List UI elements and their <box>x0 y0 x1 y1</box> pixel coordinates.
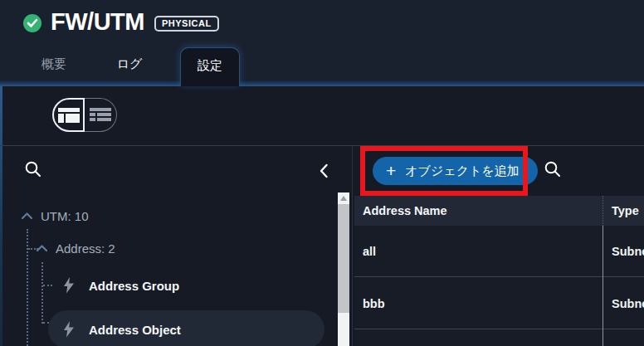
add-object-button[interactable]: + オブジェクトを追加 <box>373 157 538 185</box>
table-search-button[interactable] <box>544 160 562 182</box>
tree-connector <box>27 229 28 346</box>
page-title: FW/UTM <box>51 8 144 36</box>
cell-type: Subnet <box>612 297 644 310</box>
panel-divider <box>352 146 353 346</box>
tree-item-address[interactable]: Address: 2 <box>36 238 115 258</box>
tree-scrollbar[interactable] <box>338 192 349 346</box>
tree-item-label: Address: 2 <box>56 241 115 256</box>
column-resize-handle[interactable] <box>603 196 603 226</box>
view-toggle-group <box>52 98 117 132</box>
table-view-icon <box>90 108 111 123</box>
table-row <box>354 330 644 346</box>
table-header-row: Address Name Type <box>354 196 644 226</box>
cell-address-name: bbb <box>363 297 385 310</box>
tab-log[interactable]: ログ <box>105 46 154 80</box>
tree-item-label: UTM: 10 <box>41 209 89 223</box>
layout-view-icon <box>58 108 80 123</box>
chevron-up-icon <box>21 212 33 220</box>
physical-badge: PHYSICAL <box>154 16 219 32</box>
cell-address-name: all <box>363 245 376 258</box>
bolt-icon <box>63 277 75 294</box>
layout-view-button[interactable] <box>52 98 85 132</box>
column-header-type: Type <box>612 204 639 217</box>
tree-connector <box>41 262 43 324</box>
app-window: FW/UTM PHYSICAL 概要 ログ 設定 <box>0 0 644 346</box>
column-divider <box>603 226 603 346</box>
tab-settings[interactable]: 設定 <box>180 47 240 86</box>
tree-item-address-group[interactable]: Address Group <box>63 275 179 296</box>
tree-item-address-object[interactable]: Address Object <box>63 319 181 340</box>
tree-item-utm[interactable]: UTM: 10 <box>21 206 89 226</box>
table-row[interactable]: all Subnet <box>354 226 644 277</box>
tab-glow-divider <box>0 80 644 86</box>
add-object-button-label: オブジェクトを追加 <box>405 163 519 179</box>
collapse-panel-button[interactable] <box>319 163 329 182</box>
tree-connector <box>43 285 52 286</box>
bolt-icon <box>63 321 75 338</box>
column-header-address-name: Address Name <box>363 204 447 217</box>
cell-type: Subnet <box>612 245 644 258</box>
chevron-up-icon <box>36 244 48 252</box>
scroll-up-icon[interactable] <box>338 194 349 202</box>
tree-search-button[interactable] <box>24 160 42 182</box>
tree-item-label: Address Group <box>89 279 179 293</box>
table-view-button[interactable] <box>85 98 117 132</box>
table-row[interactable]: bbb Subnet <box>354 278 644 329</box>
object-list-panel: + オブジェクトを追加 Address Name Type all Subnet… <box>354 146 644 346</box>
plus-icon: + <box>386 162 396 179</box>
tree-item-label: Address Object <box>89 323 181 337</box>
status-check-icon <box>23 14 41 32</box>
scrollbar-thumb[interactable] <box>338 204 349 313</box>
content-panel: UTM: 10 Address: 2 Address Group Address… <box>0 86 644 346</box>
tree-panel: UTM: 10 Address: 2 Address Group Address… <box>2 146 352 346</box>
tab-overview[interactable]: 概要 <box>29 46 79 80</box>
